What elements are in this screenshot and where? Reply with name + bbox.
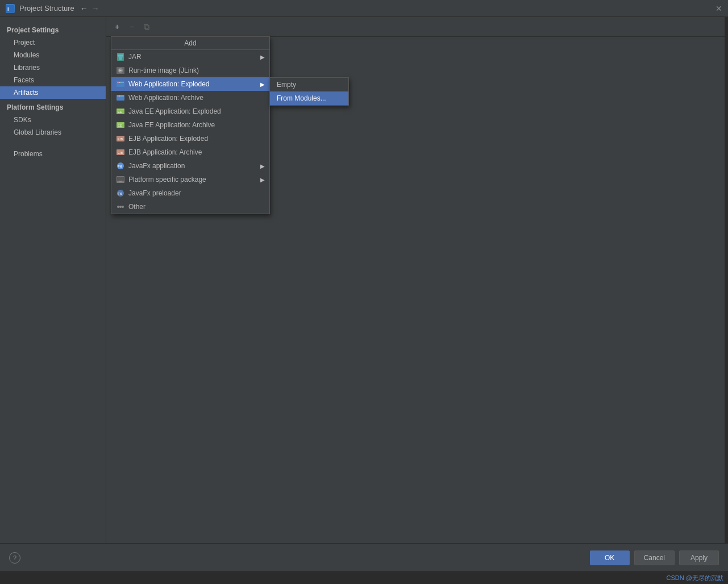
help-button[interactable]: ?	[9, 552, 20, 564]
project-settings-label: Project Settings	[0, 22, 106, 36]
menu-item-runtime-image[interactable]: Run-time image (JLink)	[111, 64, 269, 77]
java-ee-archive-icon: EE	[116, 120, 125, 130]
back-arrow[interactable]: ←	[79, 4, 89, 13]
svg-point-35	[117, 206, 119, 208]
menu-item-javafx-preloader[interactable]: FX JavaFx preloader	[111, 186, 269, 200]
web-exploded-arrow: ▶	[260, 81, 265, 87]
copy-button[interactable]: ⧉	[140, 20, 153, 33]
sidebar-item-modules[interactable]: Modules	[0, 49, 106, 61]
web-app-submenu: Empty From Modules...	[269, 77, 349, 106]
svg-point-12	[120, 82, 122, 83]
javafx-arrow: ▶	[260, 163, 265, 169]
svg-point-10	[118, 82, 119, 83]
platform-settings-label: Platform Settings	[0, 99, 106, 114]
platform-specific-icon	[116, 175, 125, 184]
svg-point-15	[118, 95, 119, 97]
scroll-bar[interactable]	[725, 17, 728, 543]
title-bar: I Project Structure ← → ✕	[0, 0, 728, 17]
sidebar-item-sdks[interactable]: SDKs	[0, 114, 106, 126]
window-title: Project Structure	[19, 4, 74, 12]
java-ee-exploded-icon: EE	[116, 107, 125, 116]
bottom-bar: ? OK Cancel Apply	[0, 543, 728, 572]
nav-arrows: ← →	[79, 4, 101, 13]
content-area: Project Settings Project Modules Librari…	[0, 17, 728, 543]
main-panel: + − ⧉ Add JAR ▶	[106, 17, 728, 543]
menu-item-java-ee-exploded[interactable]: EE Java EE Application: Exploded	[111, 105, 269, 118]
platform-arrow: ▶	[260, 177, 265, 183]
forward-arrow[interactable]: →	[90, 4, 101, 13]
sidebar-item-libraries[interactable]: Libraries	[0, 61, 106, 74]
sidebar-item-global-libraries[interactable]: Global Libraries	[0, 126, 106, 139]
csdn-label: CSDN @无尽的沉默	[667, 574, 723, 582]
svg-point-11	[119, 82, 120, 83]
menu-item-ejb-archive[interactable]: EJB EJB Application: Archive	[111, 145, 269, 159]
svg-rect-31	[117, 177, 124, 181]
menu-item-web-app-archive[interactable]: Web Application: Archive	[111, 91, 269, 105]
add-menu-header: Add	[111, 37, 269, 50]
sidebar-item-project[interactable]: Project	[0, 36, 106, 49]
svg-point-16	[119, 95, 120, 97]
svg-text:EE: EE	[118, 110, 122, 114]
svg-text:FX: FX	[118, 165, 122, 168]
svg-text:FX: FX	[118, 192, 122, 195]
menu-item-other[interactable]: Other	[111, 200, 269, 214]
main-container: Project Settings Project Modules Librari…	[0, 17, 728, 584]
add-button[interactable]: +	[111, 20, 123, 33]
ejb-archive-icon: EJB	[116, 148, 125, 157]
menu-item-jar[interactable]: JAR ▶	[111, 50, 269, 64]
cancel-button[interactable]: Cancel	[634, 550, 675, 565]
svg-text:I: I	[7, 6, 9, 12]
svg-point-36	[119, 206, 122, 208]
runtime-icon	[116, 66, 125, 75]
sidebar-item-facets[interactable]: Facets	[0, 74, 106, 86]
menu-item-platform-specific[interactable]: Platform specific package ▶	[111, 173, 269, 186]
javafx-preloader-icon: FX	[116, 189, 125, 198]
web-app-archive-icon	[116, 93, 125, 102]
svg-point-17	[120, 95, 122, 97]
web-app-exploded-icon	[116, 80, 125, 89]
close-button[interactable]: ✕	[715, 4, 722, 13]
svg-text:EJB: EJB	[118, 137, 123, 141]
status-bar: CSDN @无尽的沉默	[0, 572, 728, 584]
other-icon	[116, 202, 125, 211]
javafx-icon: FX	[116, 161, 125, 170]
toolbar: + − ⧉	[106, 17, 728, 37]
ok-button[interactable]: OK	[590, 550, 630, 565]
add-dropdown: Add JAR ▶	[111, 36, 270, 214]
app-icon: I	[6, 4, 15, 13]
add-menu: Add JAR ▶	[111, 36, 270, 214]
sidebar-item-artifacts[interactable]: Artifacts	[0, 86, 106, 99]
svg-text:EJB: EJB	[118, 151, 123, 155]
sidebar: Project Settings Project Modules Librari…	[0, 17, 106, 543]
ejb-exploded-icon: EJB	[116, 134, 125, 143]
svg-point-37	[122, 206, 124, 208]
menu-item-ejb-exploded[interactable]: EJB EJB Application: Exploded	[111, 132, 269, 145]
submenu-from-modules[interactable]: From Modules...	[270, 91, 348, 105]
remove-button[interactable]: −	[126, 20, 138, 33]
svg-rect-4	[118, 55, 123, 56]
svg-text:EE: EE	[118, 124, 122, 127]
submenu-empty[interactable]: Empty	[270, 78, 348, 91]
apply-button[interactable]: Apply	[679, 550, 719, 565]
sidebar-item-problems[interactable]: Problems	[0, 148, 106, 160]
svg-rect-32	[119, 181, 122, 182]
menu-item-javafx-app[interactable]: FX JavaFx application ▶	[111, 159, 269, 173]
menu-item-java-ee-archive[interactable]: EE Java EE Application: Archive	[111, 118, 269, 132]
menu-item-web-app-exploded[interactable]: Web Application: Exploded ▶ Empty From M…	[111, 77, 269, 91]
jar-icon	[116, 52, 125, 61]
jar-arrow: ▶	[260, 54, 265, 60]
